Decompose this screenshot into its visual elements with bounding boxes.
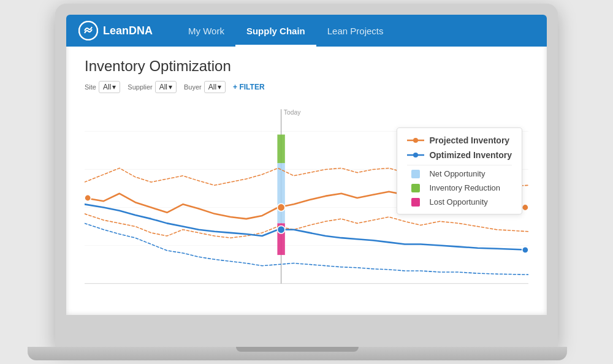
leandna-logo-icon (78, 21, 98, 40)
nav-item-lean-projects[interactable]: Lean Projects (316, 15, 395, 47)
svg-point-11 (277, 226, 284, 233)
chart-container: Today (85, 97, 528, 299)
site-filter-label: Site (85, 83, 96, 91)
legend-optimized-label: Optimized Inventory (429, 150, 512, 160)
page-title: Inventory Optimization (85, 58, 528, 75)
laptop-base (28, 347, 567, 360)
legend-divider (407, 165, 512, 165)
legend-inv-reduction: Inventory Reduction (407, 183, 512, 192)
supplier-filter-label: Supplier (128, 83, 152, 91)
svg-point-12 (85, 195, 91, 201)
main-nav: My Work Supply Chain Lean Projects (177, 15, 394, 47)
laptop-frame: LeanDNA My Work Supply Chain Lean Projec… (55, 4, 558, 347)
logo-area: LeanDNA (78, 21, 153, 40)
optimized-line-icon (407, 151, 424, 159)
chevron-down-icon: ▾ (169, 83, 172, 91)
buyer-filter-group: Buyer All ▾ (184, 81, 226, 93)
chart-legend: Projected Inventory Optimized Inventory (397, 127, 522, 214)
chevron-down-icon: ▾ (218, 83, 221, 91)
supplier-filter-select[interactable]: All ▾ (155, 81, 177, 93)
buyer-filter-select[interactable]: All ▾ (204, 81, 226, 93)
legend-lost-opp: Lost Opportunity (407, 197, 512, 207)
supplier-filter-group: Supplier All ▾ (128, 81, 177, 93)
legend-optimized: Optimized Inventory (407, 150, 512, 160)
legend-net-opp: Net Opportunity (407, 169, 512, 178)
lost-opp-color-icon (407, 198, 424, 207)
nav-item-my-work[interactable]: My Work (177, 15, 235, 47)
chevron-down-icon: ▾ (112, 83, 116, 91)
laptop-screen: LeanDNA My Work Supply Chain Lean Projec… (66, 15, 547, 315)
filter-bar: Site All ▾ Supplier All ▾ (85, 81, 528, 93)
net-opp-color-icon (407, 170, 424, 178)
projected-line-icon (407, 136, 424, 145)
svg-point-14 (522, 204, 528, 210)
legend-inv-reduction-label: Inventory Reduction (429, 183, 500, 192)
svg-rect-7 (277, 163, 284, 223)
site-filter-group: Site All ▾ (85, 81, 120, 93)
svg-rect-8 (277, 135, 284, 164)
svg-point-10 (277, 203, 284, 211)
legend-net-opp-label: Net Opportunity (429, 169, 485, 178)
site-filter-select[interactable]: All ▾ (99, 81, 120, 93)
nav-item-supply-chain[interactable]: Supply Chain (235, 15, 316, 47)
app-logo-text: LeanDNA (103, 25, 153, 37)
app-header: LeanDNA My Work Supply Chain Lean Projec… (66, 15, 547, 47)
legend-projected-label: Projected Inventory (429, 135, 509, 145)
today-label: Today (284, 110, 301, 116)
svg-point-16 (413, 138, 418, 143)
legend-projected: Projected Inventory (407, 135, 512, 145)
add-filter-button[interactable]: + FILTER (233, 83, 264, 91)
buyer-filter-label: Buyer (184, 83, 202, 91)
svg-point-18 (413, 153, 418, 157)
legend-lost-opp-label: Lost Opportunity (429, 197, 487, 207)
svg-point-13 (522, 247, 528, 253)
page-content: Inventory Optimization Site All ▾ Suppli… (66, 47, 547, 315)
inv-reduction-color-icon (407, 184, 424, 192)
